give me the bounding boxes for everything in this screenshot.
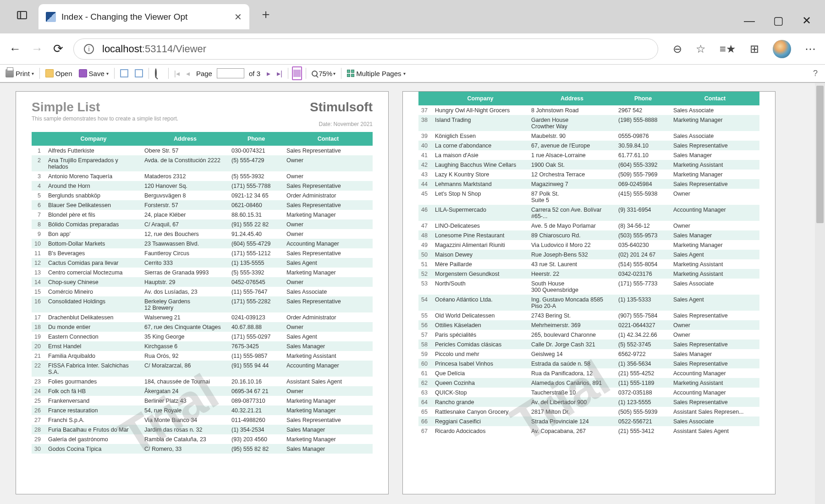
col-contact: Contact [671, 92, 759, 105]
table-row: 49Magazzini Alimentari RiunitiVia Ludovi… [418, 240, 759, 250]
close-tab-icon[interactable]: ✕ [234, 11, 242, 22]
table-row: 38Island TradingGarden House Crowther Wa… [418, 115, 759, 131]
zoom-out-icon[interactable]: ⊖ [673, 43, 682, 55]
table-row: 51Mère Paillarde43 rue St. Laurent(514) … [418, 259, 759, 269]
search-icon [155, 68, 157, 78]
table-row: 26France restauration54, rue Royale40.32… [32, 405, 373, 415]
first-page-button[interactable]: |◂ [172, 66, 182, 80]
full-page-view-button[interactable] [292, 66, 302, 80]
viewer-content: Trial Simple List Stimulsoft This sample… [0, 83, 825, 504]
table-row: 1Alfreds FutterkisteObere Str. 57030-007… [32, 146, 373, 155]
table-row: 54Océano Atlántico Ltda.Ing. Gustavo Mon… [418, 295, 759, 311]
report-page-1: Trial Simple List Stimulsoft This sample… [16, 91, 389, 494]
site-info-icon[interactable]: i [84, 44, 94, 54]
new-tab-button[interactable]: ＋ [259, 5, 272, 23]
table-row: 64Rancho grandeAv. del Libertador 900(1)… [418, 397, 759, 407]
table-row: 9Bon app'12, rue des Bouchers91.24.45.40… [32, 229, 373, 239]
table-row: 7Blondel père et fils24, place Kléber88.… [32, 210, 373, 219]
window-maximize-icon[interactable]: ▢ [773, 14, 784, 27]
page-label: Page [194, 66, 214, 80]
tab-actions-icon[interactable] [14, 7, 30, 23]
print-button[interactable]: Print▾ [4, 66, 36, 80]
col-phone: Phone [616, 92, 671, 105]
forward-button[interactable]: → [31, 42, 43, 56]
table-row: 18Du monde entier67, rue des Cinquante O… [32, 322, 373, 332]
table-row: 60Princesa Isabel VinhosEstrada da saúde… [418, 359, 759, 368]
col-company: Company [432, 92, 528, 105]
table-row: 47LINO-DelicatesesAve. 5 de Mayo Porlama… [418, 221, 759, 230]
table-row: 58Pericles Comidas clásicasCalle Dr. Jor… [418, 340, 759, 349]
table-row: 14Chop-suey ChineseHauptstr. 290452-0765… [32, 277, 373, 287]
prev-page-button[interactable]: ◂ [184, 66, 192, 80]
save-button[interactable]: Save▾ [77, 66, 110, 80]
vertical-scrollbar[interactable] [815, 83, 825, 504]
report-title: Simple List [32, 100, 100, 115]
favicon-icon [46, 12, 56, 22]
table-row: 44Lehmanns MarktstandMagazinweg 7069-024… [418, 179, 759, 189]
profile-avatar[interactable] [773, 40, 791, 58]
window-minimize-icon[interactable]: — [744, 14, 755, 27]
table-row: 22FISSA Fabrica Inter. Salchichas S.A.C/… [32, 361, 373, 377]
table-row: 62Queen CozinhaAlameda dos Canàrios, 891… [418, 378, 759, 388]
folder-open-icon [45, 69, 54, 77]
table-row: 25FrankenversandBerliner Platz 43089-087… [32, 396, 373, 405]
col-phone: Phone [229, 132, 284, 146]
zoom-icon [312, 71, 318, 77]
refresh-button[interactable]: ⟳ [53, 42, 63, 56]
table-row: 20Ernst HandelKirchgasse 67675-3425Sales… [32, 341, 373, 351]
table-row: 6Blauer See DelikatessenForsterstr. 5706… [32, 200, 373, 210]
scrollbar-thumb[interactable] [816, 86, 824, 223]
table-row: 11B's BeveragesFauntleroy Circus(171) 55… [32, 248, 373, 258]
table-row: 39Königlich EssenMaubelstr. 900555-09876… [418, 131, 759, 141]
table-row: 4Around the Horn120 Hanover Sq.(171) 555… [32, 181, 373, 191]
favorites-bar-icon[interactable]: ≡★ [720, 43, 736, 55]
report-date: Date: November 2021 [32, 121, 373, 127]
help-button[interactable]: ? [813, 69, 821, 78]
table-row: 8Bólido Comidas preparadasC/ Araquil, 67… [32, 219, 373, 229]
bookmarks-icon[interactable] [118, 66, 130, 80]
table-row: 42Laughing Bacchus Wine Cellars1900 Oak … [418, 160, 759, 170]
next-page-button[interactable]: ▸ [265, 66, 272, 80]
table-row: 67Ricardo AdocicadosAv. Copacabana, 267(… [418, 426, 759, 436]
url-input[interactable]: i localhost:53114/Viewer [73, 38, 658, 60]
table-row: 55Old World Delicatessen2743 Bering St.(… [418, 311, 759, 320]
table-row: 40La corne d'abondance67, avenue de l'Eu… [418, 141, 759, 150]
grid-icon [347, 70, 354, 77]
window-close-icon[interactable]: ✕ [802, 14, 811, 27]
zoom-dropdown[interactable]: 75%▾ [310, 66, 337, 80]
table-row: 50Maison DeweyRue Joseph-Bens 532(02) 20… [418, 250, 759, 259]
table-row: 21Familia ArquibaldoRua Orós, 92(11) 555… [32, 351, 373, 361]
back-button[interactable]: ← [9, 42, 21, 56]
col-address: Address [528, 92, 616, 105]
disk-save-icon [79, 69, 87, 77]
browser-tab-active[interactable]: Index - Changing the Viewer Opt ✕ [38, 4, 249, 29]
report-table-2: Company Address Phone Contact 37Hungry O… [418, 92, 759, 436]
table-row: 30Godos Cocina TípicaC/ Romero, 33(95) 5… [32, 444, 373, 454]
table-row: 46LILA-SupermercadoCarrera 52 con Ave. B… [418, 205, 759, 221]
table-row: 10Bottom-Dollar Markets23 Tsawwassen Blv… [32, 239, 373, 248]
multiple-pages-button[interactable]: Multiple Pages▾ [345, 66, 407, 80]
table-row: 28Furia Bacalhau e Frutos do MarJardim d… [32, 425, 373, 434]
table-row: 56Ottilies KäseladenMehrheimerstr. 36902… [418, 320, 759, 330]
table-row: 63QUICK-StopTaucherstraße 100372-035188A… [418, 388, 759, 397]
table-row: 43Lazy K Kountry Store12 Orchestra Terra… [418, 170, 759, 179]
more-icon[interactable]: ⋯ [805, 43, 816, 55]
table-row: 59Piccolo und mehrGeislweg 146562-9722Sa… [418, 349, 759, 359]
table-row: 23Folies gourmandes184, chaussée de Tour… [32, 377, 373, 386]
report-table-1: Company Address Phone Contact 1Alfreds F… [32, 132, 373, 454]
report-page-2: Trial Company Address Phone Contact 37Hu… [402, 91, 776, 494]
page-number-input[interactable] [217, 68, 244, 78]
find-button[interactable] [153, 66, 165, 80]
table-row: 29Galería del gastrónomoRambla de Catalu… [32, 434, 373, 444]
address-bar: ← → ⟳ i localhost:53114/Viewer ⊖ ☆ ≡★ ⊞ … [0, 33, 825, 65]
table-row: 53North/SouthSouth House 300 Queensbridg… [418, 279, 759, 295]
brand-label: Stimulsoft [310, 100, 373, 115]
col-company: Company [45, 132, 142, 146]
open-button[interactable]: Open [44, 66, 74, 80]
table-row: 12Cactus Comidas para llevarCerrito 333(… [32, 258, 373, 268]
table-row: 45Let's Stop N Shop87 Polk St. Suite 5(4… [418, 189, 759, 205]
parameters-icon[interactable] [133, 66, 145, 80]
last-page-button[interactable]: ▸| [275, 66, 284, 80]
favorite-icon[interactable]: ☆ [696, 43, 706, 55]
collections-icon[interactable]: ⊞ [750, 43, 759, 55]
